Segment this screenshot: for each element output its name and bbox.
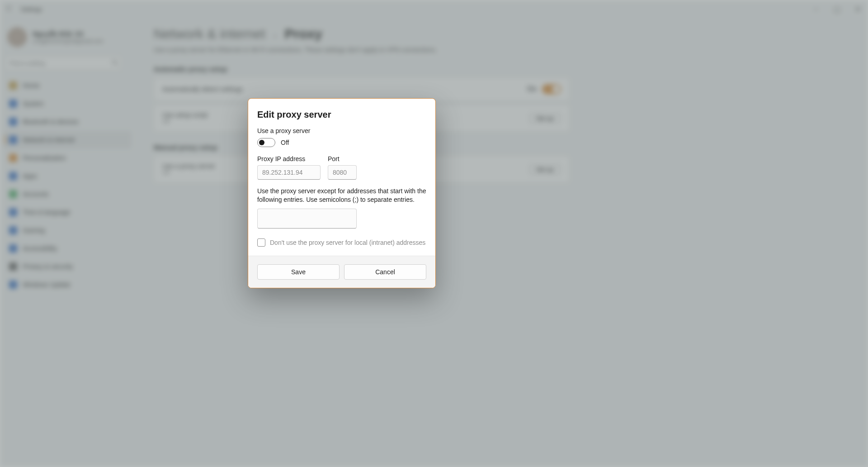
dialog-footer: Save Cancel (248, 256, 435, 288)
exceptions-textarea[interactable] (257, 209, 357, 229)
proxy-port-label: Port (328, 155, 357, 162)
use-proxy-label: Use a proxy server (257, 127, 426, 134)
use-proxy-toggle[interactable] (257, 138, 275, 147)
use-proxy-toggle-state: Off (281, 139, 289, 146)
proxy-port-input[interactable] (328, 165, 357, 180)
proxy-ip-input[interactable] (257, 165, 321, 180)
local-bypass-checkbox[interactable] (257, 238, 265, 247)
cancel-button[interactable]: Cancel (344, 264, 426, 280)
exceptions-label: Use the proxy server except for addresse… (257, 187, 426, 204)
dialog-title: Edit proxy server (257, 110, 426, 120)
save-button[interactable]: Save (257, 264, 340, 280)
proxy-ip-label: Proxy IP address (257, 155, 321, 162)
local-bypass-label: Don't use the proxy server for local (in… (270, 239, 425, 246)
edit-proxy-dialog: Edit proxy server Use a proxy server Off… (248, 98, 436, 288)
